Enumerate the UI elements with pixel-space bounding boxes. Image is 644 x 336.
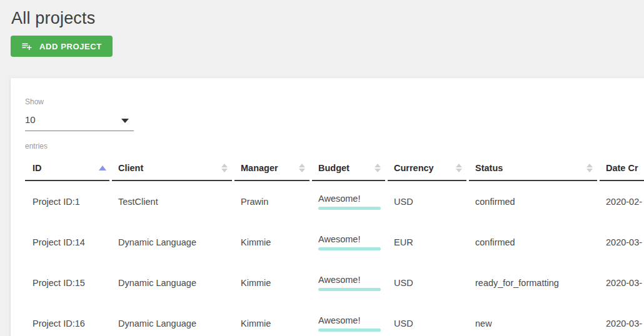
cell-date-created: 2020-02- <box>598 181 644 222</box>
table-row: Project ID:16 Dynamic Language Kimmie Aw… <box>25 303 644 336</box>
entries-label: entries <box>25 142 48 151</box>
cell-currency: USD <box>386 303 468 336</box>
cell-client: TestClient <box>111 181 233 222</box>
sort-both-icon <box>221 164 228 172</box>
page-title: All projects <box>11 9 95 28</box>
add-project-button[interactable]: ADD PROJECT <box>11 36 113 57</box>
add-project-label: ADD PROJECT <box>39 42 102 51</box>
table-row: Project ID:1 TestClient Prawin Awesome! … <box>25 181 644 222</box>
sort-ascending-icon <box>99 164 105 172</box>
cell-id: Project ID:1 <box>25 181 111 222</box>
sort-both-icon <box>586 164 593 172</box>
cell-status: confirmed <box>468 222 598 262</box>
cell-budget: Awesome! <box>311 262 386 303</box>
column-header-date-created[interactable]: Date Cr <box>598 156 644 181</box>
cell-date-created: 2020-03- <box>598 303 644 336</box>
table-row: Project ID:15 Dynamic Language Kimmie Aw… <box>25 262 644 303</box>
cell-currency: EUR <box>386 222 468 262</box>
column-header-status[interactable]: Status <box>468 156 598 181</box>
cell-client: Dynamic Language <box>111 222 233 262</box>
budget-label: Awesome! <box>318 194 379 204</box>
budget-progress-bar <box>318 329 381 332</box>
sort-both-icon <box>456 164 462 172</box>
projects-table: ID Client Manager Budget Currency <box>25 156 644 336</box>
cell-status: new <box>468 303 598 336</box>
cell-currency: USD <box>386 181 468 222</box>
column-header-id[interactable]: ID <box>25 156 111 181</box>
budget-label: Awesome! <box>318 315 379 325</box>
cell-budget: Awesome! <box>311 222 386 262</box>
cell-manager: Prawin <box>233 181 311 222</box>
budget-progress-bar <box>318 288 381 291</box>
cell-date-created: 2020-03- <box>598 222 644 262</box>
column-header-budget[interactable]: Budget <box>311 156 386 181</box>
cell-currency: USD <box>386 262 468 303</box>
sort-both-icon <box>299 164 305 172</box>
cell-client: Dynamic Language <box>111 303 233 336</box>
caret-down-icon <box>121 119 129 123</box>
table-header-row: ID Client Manager Budget Currency <box>25 156 644 181</box>
playlist-add-icon <box>21 41 33 52</box>
cell-date-created: 2020-03- <box>598 262 644 303</box>
column-header-currency[interactable]: Currency <box>386 156 468 181</box>
show-entries-select[interactable]: 10 <box>25 111 134 131</box>
budget-label: Awesome! <box>318 275 379 285</box>
cell-client: Dynamic Language <box>111 262 233 303</box>
budget-label: Awesome! <box>318 234 379 244</box>
projects-card: Show 10 entries ID Client Manager <box>11 78 644 336</box>
column-header-client[interactable]: Client <box>111 156 233 181</box>
budget-progress-bar <box>318 247 381 250</box>
cell-id: Project ID:14 <box>25 222 111 262</box>
cell-id: Project ID:15 <box>25 262 111 303</box>
table-row: Project ID:14 Dynamic Language Kimmie Aw… <box>25 222 644 262</box>
cell-status: confirmed <box>468 181 598 222</box>
cell-budget: Awesome! <box>311 303 386 336</box>
cell-status: ready_for_formatting <box>468 262 598 303</box>
cell-id: Project ID:16 <box>25 303 111 336</box>
show-entries-value: 10 <box>25 111 134 129</box>
cell-budget: Awesome! <box>311 181 386 222</box>
cell-manager: Kimmie <box>233 222 311 262</box>
cell-manager: Kimmie <box>233 262 311 303</box>
column-header-manager[interactable]: Manager <box>233 156 311 181</box>
show-label: Show <box>25 97 44 106</box>
cell-manager: Kimmie <box>233 303 311 336</box>
budget-progress-bar <box>318 207 381 210</box>
sort-both-icon <box>375 164 381 172</box>
